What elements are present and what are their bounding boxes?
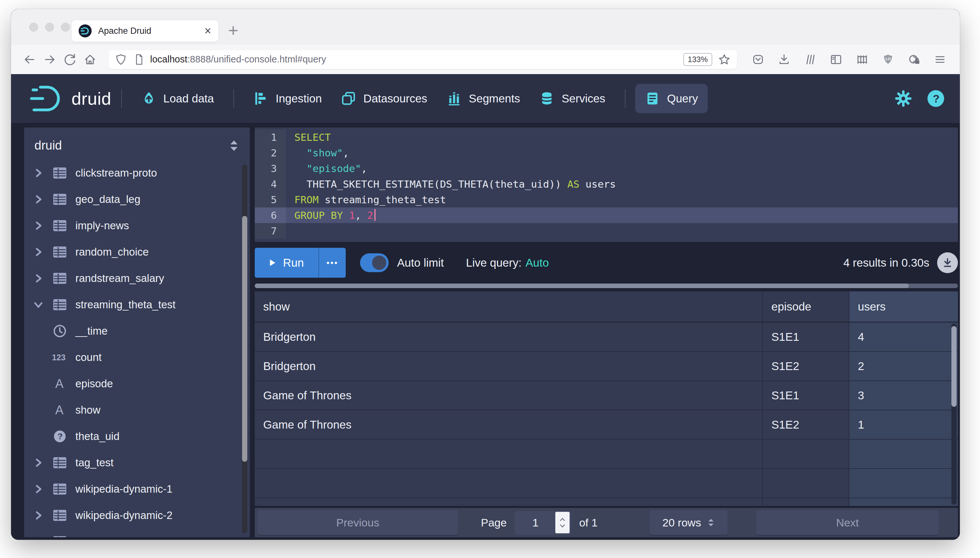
downloads-icon[interactable]: [777, 53, 791, 66]
previous-page-button[interactable]: Previous: [257, 510, 458, 535]
chevron-right-icon[interactable]: [33, 457, 44, 469]
new-tab-button[interactable]: +: [228, 21, 239, 39]
sql-editor[interactable]: 1SELECT2 "show",3 "episode",4 THETA_SKET…: [255, 128, 958, 242]
results-scrollbar[interactable]: [951, 323, 957, 505]
table-cell: [849, 498, 958, 506]
containers-icon[interactable]: [855, 53, 869, 66]
url-text[interactable]: localhost:8888/unified-console.html#quer…: [150, 54, 678, 65]
nav-item-load-data[interactable]: Load data: [132, 84, 224, 113]
sidebar-item-randstream-salary[interactable]: randstream_salary: [24, 265, 250, 291]
sidebar-item-imply-news[interactable]: imply-news: [24, 212, 250, 239]
zoom-window-button[interactable]: [61, 23, 70, 31]
sort-carets-icon[interactable]: [229, 139, 239, 152]
sidebar-item-random-choice[interactable]: random_choice: [24, 239, 250, 265]
sidebar-item-time[interactable]: __time: [24, 318, 250, 344]
library-icon[interactable]: [803, 53, 817, 66]
chevron-right-icon[interactable]: [33, 483, 44, 495]
next-page-button[interactable]: Next: [756, 510, 939, 535]
chevron-right-icon[interactable]: [33, 510, 44, 521]
forward-icon[interactable]: [40, 49, 60, 70]
results-scrollbar-thumb[interactable]: [951, 326, 957, 407]
splitter-thumb[interactable]: [255, 284, 909, 288]
splitter-handle[interactable]: [255, 284, 958, 288]
live-query-label[interactable]: Live query:Auto: [466, 256, 549, 269]
column-header-users[interactable]: users: [849, 291, 958, 322]
tracking-shield-icon[interactable]: [115, 53, 128, 66]
sidebar-scrollbar-thumb[interactable]: [242, 216, 247, 462]
close-window-button[interactable]: [29, 23, 38, 31]
chevron-right-icon[interactable]: [33, 167, 44, 179]
rows-per-page-select[interactable]: 20 rows: [650, 510, 728, 535]
nav-item-segments[interactable]: Segments: [437, 84, 530, 113]
nav-item-ingestion[interactable]: Ingestion: [244, 84, 331, 113]
sidebar-item-tag-test[interactable]: tag_test: [24, 450, 250, 476]
table-icon: [51, 245, 68, 259]
minimize-window-button[interactable]: [45, 23, 54, 31]
auto-limit-toggle[interactable]: [360, 253, 389, 272]
back-icon[interactable]: [20, 49, 40, 70]
sidebar-item-wikipedia-dynamic-2[interactable]: wikipedia-dynamic-2: [24, 502, 250, 528]
druid-brand[interactable]: druid: [30, 84, 111, 113]
table-icon: [51, 456, 68, 469]
sidebar-item-count[interactable]: 123count: [24, 344, 250, 370]
chevron-down-icon[interactable]: [33, 299, 44, 310]
home-icon[interactable]: [80, 49, 100, 70]
adblock-shield-icon[interactable]: LO: [881, 53, 895, 66]
chevron-right-icon[interactable]: [33, 246, 44, 258]
sidebar-item-label: streaming_theta_test: [75, 299, 175, 311]
table-row-empty: [255, 469, 958, 498]
schema-header[interactable]: druid: [24, 128, 250, 160]
sidebar-item-episode[interactable]: Aepisode: [24, 370, 250, 397]
sidebar-item-clickstream-proto[interactable]: clickstream-proto: [24, 160, 250, 186]
string-icon: A: [51, 377, 68, 391]
chevron-right-icon[interactable]: [33, 536, 44, 538]
stepper-down-icon[interactable]: [559, 524, 566, 528]
stepper-up-icon[interactable]: [559, 518, 566, 522]
druid-logo-icon: [30, 84, 64, 113]
auto-limit-label: Auto limit: [397, 256, 444, 269]
close-tab-icon[interactable]: ×: [205, 25, 211, 37]
column-header-show[interactable]: show: [255, 291, 762, 322]
pocket-icon[interactable]: [751, 53, 765, 66]
help-icon[interactable]: ?: [927, 89, 945, 108]
page-number-input[interactable]: 1: [514, 510, 571, 535]
chevron-right-icon[interactable]: [33, 194, 44, 205]
sidebars-icon[interactable]: [829, 53, 843, 66]
sidebar-item-geo-data-leg[interactable]: geo_data_leg: [24, 186, 250, 212]
run-more-button[interactable]: •••: [319, 248, 346, 278]
page-info-icon[interactable]: [133, 53, 145, 66]
chevron-right-icon[interactable]: [33, 272, 44, 284]
url-bar[interactable]: localhost:8888/unified-console.html#quer…: [108, 50, 737, 69]
nav-item-query[interactable]: Query: [635, 84, 708, 113]
table-cell: 4: [849, 323, 958, 351]
sidebar-item-item[interactable]: [24, 528, 250, 537]
page-label: Page: [481, 516, 507, 529]
sidebar-item-theta-uid[interactable]: ?theta_uid: [24, 423, 250, 450]
download-results-icon[interactable]: [937, 252, 958, 273]
page-group: Page 1 of 1: [481, 510, 597, 535]
line-number: 6: [255, 207, 286, 223]
reload-icon[interactable]: [60, 49, 80, 70]
nav-label: Services: [561, 92, 605, 105]
sidebar-item-streaming-theta-test[interactable]: streaming_theta_test: [24, 291, 250, 318]
run-button[interactable]: Run: [255, 248, 319, 278]
column-header-episode[interactable]: episode: [762, 291, 849, 322]
vpn-lock-icon[interactable]: [907, 53, 921, 66]
bookmark-star-icon[interactable]: [717, 53, 731, 66]
browser-tab[interactable]: Apache Druid ×: [72, 20, 218, 42]
gear-icon[interactable]: [895, 90, 912, 107]
nav-item-services[interactable]: Services: [530, 84, 615, 113]
sidebar-scrollbar[interactable]: [242, 164, 247, 533]
results-summary: 4 results in 0.30s: [843, 256, 929, 269]
nav-item-datasources[interactable]: Datasources: [331, 84, 437, 113]
page-zoom-badge[interactable]: 133%: [683, 53, 712, 66]
segments-icon: [447, 91, 462, 106]
chevron-right-icon[interactable]: [33, 220, 44, 231]
editor-line-6: 6GROUP BY 1, 2: [255, 207, 958, 223]
table-cell: [762, 469, 849, 497]
sidebar-item-show[interactable]: Ashow: [24, 397, 250, 423]
page-stepper[interactable]: [555, 512, 569, 533]
sidebar-item-label: episode: [75, 377, 113, 390]
menu-icon[interactable]: [933, 53, 947, 66]
sidebar-item-wikipedia-dynamic-1[interactable]: wikipedia-dynamic-1: [24, 476, 250, 502]
